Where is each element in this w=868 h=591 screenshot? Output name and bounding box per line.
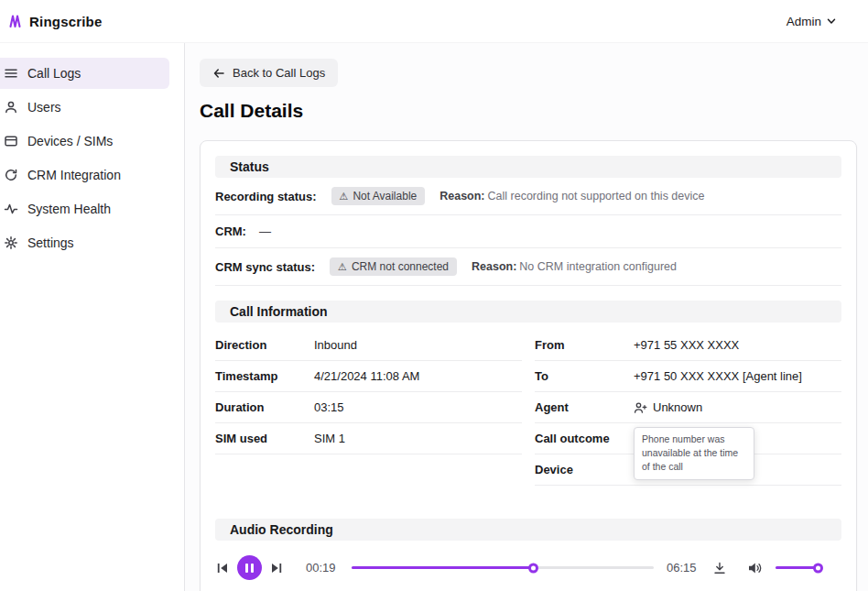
field-value: Unknown	[634, 400, 702, 414]
field-label: Timestamp	[215, 369, 314, 383]
badge-text: Not Available	[353, 190, 417, 202]
skip-previous-icon	[215, 561, 230, 575]
duration-row: Duration 03:15	[215, 392, 522, 423]
direction-row: Direction Inbound	[215, 330, 522, 361]
crm-sync-status-badge: ⚠ CRM not connected	[330, 257, 457, 276]
current-time: 00:19	[306, 561, 339, 575]
crm-label: CRM:	[215, 224, 246, 238]
field-value: Inbound	[314, 338, 357, 352]
sidebar-item-system-health[interactable]: System Health	[0, 193, 184, 224]
call-details-card: Status Recording status: ⚠ Not Available…	[200, 140, 857, 591]
pause-icon	[245, 564, 248, 573]
sidebar-item-settings[interactable]: Settings	[0, 227, 184, 258]
audio-recording-header: Audio Recording	[215, 519, 841, 541]
pause-button[interactable]	[237, 555, 262, 580]
sidebar-item-call-logs[interactable]: Call Logs	[0, 58, 169, 89]
arrow-left-icon	[212, 67, 225, 80]
field-value: 4/21/2024 11:08 AM	[314, 369, 419, 383]
audio-player: 00:19 06:15	[215, 555, 841, 589]
mute-button[interactable]	[747, 561, 764, 575]
page-layout: Call Logs Users Devices / SIMs CRM Integ…	[0, 43, 868, 591]
sim-used-row: SIM used SIM 1	[215, 423, 522, 454]
sim-card-icon	[4, 134, 18, 148]
skip-next-button[interactable]	[269, 561, 284, 575]
crm-sync-reason: Reason:No CRM integration configured	[472, 260, 677, 273]
speaker-icon	[747, 561, 764, 575]
download-icon	[712, 561, 727, 575]
reason-label: Reason:	[439, 190, 484, 202]
call-outcome-row: Call outcome Phone number was unavailabl…	[535, 423, 841, 454]
main-content: Back to Call Logs Call Details Status Re…	[185, 43, 868, 591]
call-information-columns: Direction Inbound Timestamp 4/21/2024 11…	[215, 330, 841, 486]
user-plus-icon	[634, 401, 647, 414]
call-info-left-column: Direction Inbound Timestamp 4/21/2024 11…	[215, 330, 522, 454]
reason-label: Reason:	[472, 260, 516, 273]
audio-recording-section: Audio Recording	[215, 519, 841, 589]
recording-status-badge: ⚠ Not Available	[331, 187, 426, 205]
total-time: 06:15	[667, 561, 700, 575]
agent-row: Agent Unknown	[535, 392, 841, 423]
to-row: To +971 50 XXX XXXX [Agent line]	[535, 361, 841, 392]
recording-status-row: Recording status: ⚠ Not Available Reason…	[215, 178, 841, 215]
field-label: Duration	[215, 400, 314, 414]
volume-thumb[interactable]	[813, 563, 823, 573]
sidebar-item-label: CRM Integration	[27, 168, 121, 182]
sync-icon	[4, 168, 18, 182]
sidebar-item-devices-sims[interactable]: Devices / SIMs	[0, 126, 184, 157]
brand-logo: Ringscribe	[7, 12, 103, 30]
timestamp-row: Timestamp 4/21/2024 11:08 AM	[215, 361, 522, 392]
field-value: +971 50 XXX XXXX [Agent line]	[634, 369, 802, 383]
field-label: Device	[535, 463, 634, 476]
sidebar-item-crm-integration[interactable]: CRM Integration	[0, 159, 184, 191]
gear-icon	[4, 235, 18, 250]
reason-text: Call recording not supported on this dev…	[488, 190, 705, 202]
sidebar-item-users[interactable]: Users	[0, 92, 184, 123]
app-header: Ringscribe Admin	[0, 0, 868, 43]
user-icon	[4, 100, 18, 115]
sidebar-item-label: Settings	[27, 235, 74, 250]
warning-icon: ⚠	[338, 262, 347, 272]
ringscribe-logo-icon	[7, 12, 26, 30]
page-title: Call Details	[200, 100, 857, 122]
field-label: Agent	[535, 400, 634, 414]
skip-previous-button[interactable]	[215, 561, 230, 575]
call-information-header: Call Information	[215, 301, 841, 323]
admin-menu-label: Admin	[787, 15, 821, 28]
call-info-right-column: From +971 55 XXX XXXX To +971 50 XXX XXX…	[535, 330, 841, 486]
field-value: +971 55 XXX XXXX	[634, 338, 739, 352]
field-value: 03:15	[314, 400, 344, 414]
field-label: From	[535, 338, 634, 352]
back-to-call-logs-button[interactable]: Back to Call Logs	[200, 59, 338, 87]
crm-sync-status-label: CRM sync status:	[215, 260, 315, 274]
admin-menu[interactable]: Admin	[787, 15, 837, 28]
back-button-label: Back to Call Logs	[233, 66, 325, 80]
download-button[interactable]	[712, 561, 727, 575]
agent-name: Unknown	[653, 400, 702, 414]
brand-name: Ringscribe	[29, 14, 103, 29]
badge-text: CRM not connected	[352, 260, 449, 273]
sidebar-item-label: System Health	[27, 202, 111, 216]
field-label: Call outcome	[535, 432, 634, 445]
progress-thumb[interactable]	[528, 563, 538, 573]
sidebar-item-label: Devices / SIMs	[27, 134, 113, 148]
volume-fill	[776, 566, 818, 569]
reason-text: No CRM integration configured	[519, 260, 677, 273]
field-label: SIM used	[215, 432, 314, 445]
pause-icon	[251, 564, 254, 573]
sidebar-item-label: Call Logs	[27, 66, 81, 81]
field-value: SIM 1	[314, 432, 345, 445]
recording-status-reason: Reason:Call recording not supported on t…	[439, 190, 704, 202]
crm-sync-status-row: CRM sync status: ⚠ CRM not connected Rea…	[215, 248, 841, 286]
call-outcome-tooltip: Phone number was unavailable at the time…	[634, 427, 754, 480]
recording-status-label: Recording status:	[215, 190, 317, 203]
crm-row: CRM: —	[215, 215, 841, 248]
field-label: To	[535, 369, 634, 383]
warning-icon: ⚠	[340, 192, 349, 202]
list-icon	[4, 66, 18, 81]
progress-slider[interactable]	[352, 566, 654, 569]
sidebar: Call Logs Users Devices / SIMs CRM Integ…	[0, 43, 185, 591]
volume-slider[interactable]	[776, 566, 822, 569]
status-section-header: Status	[215, 156, 841, 178]
from-row: From +971 55 XXX XXXX	[535, 330, 841, 361]
progress-fill	[352, 566, 533, 569]
